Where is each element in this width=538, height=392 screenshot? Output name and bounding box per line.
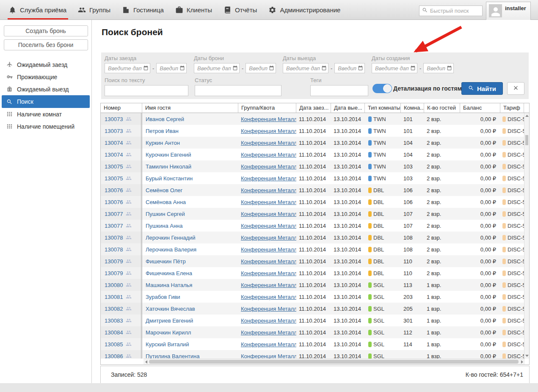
column-header-Комна...[interactable]: Комна... xyxy=(401,103,424,113)
filter-input-Теги[interactable] xyxy=(310,85,368,96)
scroll-up-arrow[interactable] xyxy=(525,115,529,117)
guest-name-cell[interactable]: Бурый Константин xyxy=(142,175,238,182)
filter-input-Статус[interactable] xyxy=(195,85,281,96)
column-header-Дата заез...[interactable]: Дата заез... xyxy=(296,103,331,113)
table-row[interactable]: 130078Лерочкина ВалерияКонференция Метал… xyxy=(101,243,524,255)
guest-detail-toggle[interactable] xyxy=(372,84,392,93)
column-header-К-во гостей[interactable]: К-во гостей xyxy=(424,103,460,113)
vertical-scroll-thumb[interactable] xyxy=(525,135,528,145)
horizontal-scroll-thumb[interactable] xyxy=(149,360,519,364)
tab-Отчёты[interactable]: Отчёты xyxy=(221,0,266,19)
group-link[interactable]: Конференция Металлу xyxy=(241,317,296,324)
column-header-Баланс[interactable]: Баланс xyxy=(460,103,500,113)
table-row[interactable]: 130074Куркин АнтонКонференция Металлу11.… xyxy=(101,137,524,149)
group-link[interactable]: Конференция Металлу xyxy=(241,294,296,300)
booking-number-cell[interactable]: 130079 xyxy=(101,255,142,267)
sidebar-item-Ожидаемый выезд[interactable]: Ожидаемый выезд xyxy=(0,83,91,95)
scroll-left-arrow[interactable] xyxy=(145,360,147,364)
sidebar-item-Наличие комнат[interactable]: Наличие комнат xyxy=(0,108,91,120)
group-link[interactable]: Конференция Металлу xyxy=(241,270,296,276)
scroll-down-arrow[interactable] xyxy=(525,355,529,357)
table-row[interactable]: 130077Пушкина АннаКонференция Металлу11.… xyxy=(101,220,524,232)
vertical-scrollbar[interactable] xyxy=(524,113,529,359)
booking-number-cell[interactable]: 130076 xyxy=(101,184,142,196)
guest-name-cell[interactable]: Семёнов Олег xyxy=(142,187,238,193)
guest-name-cell[interactable]: Иванов Сергей xyxy=(142,116,238,122)
group-link[interactable]: Конференция Металлу xyxy=(241,246,296,253)
booking-number-cell[interactable]: 130085 xyxy=(101,338,142,350)
booking-number-cell[interactable]: 130082 xyxy=(101,303,142,315)
sidebar-item-Проживающие[interactable]: Проживающие xyxy=(0,71,91,83)
table-row[interactable]: 130077Пушкин СергейКонференция Металлу11… xyxy=(101,208,524,220)
table-row[interactable]: 130086Путилина ВалентинаКонференция Мета… xyxy=(101,350,524,359)
tab-Клиенты[interactable]: Клиенты xyxy=(173,0,221,19)
quick-search-input[interactable] xyxy=(430,8,480,14)
group-link[interactable]: Конференция Металлу xyxy=(241,199,296,205)
guest-name-cell[interactable]: Путилина Валентина xyxy=(142,353,238,359)
sidebar-item-Поиск[interactable]: Поиск xyxy=(2,95,90,108)
group-link[interactable]: Конференция Металлу xyxy=(241,175,296,182)
booking-number-cell[interactable]: 130074 xyxy=(101,149,142,160)
group-link[interactable]: Конференция Металлу xyxy=(241,235,296,241)
guest-name-cell[interactable]: Хаточкин Вячеслав xyxy=(142,306,238,312)
table-row[interactable]: 130073Иванов СергейКонференция Металлу11… xyxy=(101,113,524,125)
group-link[interactable]: Конференция Металлу xyxy=(241,187,296,193)
guest-name-cell[interactable]: Пушкина Анна xyxy=(142,223,238,229)
table-row[interactable]: 130083Дмитриев ЕвгенийКонференция Металл… xyxy=(101,315,524,326)
tab-Администрирование[interactable]: Администрирование xyxy=(266,0,349,19)
table-row[interactable]: 130076Семёнов ОлегКонференция Металлу11.… xyxy=(101,184,524,196)
table-row[interactable]: 130079Фишечкина ЕленаКонференция Металлу… xyxy=(101,267,524,279)
booking-number-cell[interactable]: 130081 xyxy=(101,291,142,303)
horizontal-scrollbar[interactable] xyxy=(143,359,525,364)
group-link[interactable]: Конференция Металлу xyxy=(241,140,296,146)
table-row[interactable]: 130078Лерочкин ГеннадийКонференция Метал… xyxy=(101,232,524,243)
guest-name-cell[interactable]: Фишечкина Елена xyxy=(142,270,238,276)
guest-name-cell[interactable]: Куркин Антон xyxy=(142,140,238,146)
booking-number-cell[interactable]: 130079 xyxy=(101,267,142,279)
scroll-right-arrow[interactable] xyxy=(521,360,523,364)
table-row[interactable]: 130082Хаточкин ВячеславКонференция Метал… xyxy=(101,303,524,315)
guest-name-cell[interactable]: Марочкин Кирилл xyxy=(142,329,238,336)
booking-number-cell[interactable]: 130086 xyxy=(101,350,142,359)
column-header-Дата вые...[interactable]: Дата вые... xyxy=(331,103,365,113)
column-header-Тариф[interactable]: Тариф xyxy=(500,103,524,113)
guest-name-cell[interactable]: Лерочкин Геннадий xyxy=(142,235,238,241)
table-row[interactable]: 130075Тамилин НиколайКонференция Металлу… xyxy=(101,160,524,172)
tab-Служба приёма[interactable]: Служба приёма xyxy=(6,0,75,19)
group-link[interactable]: Конференция Металлу xyxy=(241,329,296,336)
guest-name-cell[interactable]: Машкина Наталья xyxy=(142,282,238,288)
sidebar-item-Ожидаемый заезд[interactable]: Ожидаемый заезд xyxy=(0,58,91,71)
guest-name-cell[interactable]: Курский Виталий xyxy=(142,341,238,348)
column-header-Тип комнаты[interactable]: Тип комнаты xyxy=(365,103,401,113)
booking-number-cell[interactable]: 130075 xyxy=(101,160,142,172)
sidebar-button-1[interactable]: Создать бронь xyxy=(4,25,88,36)
group-link[interactable]: Конференция Металлу xyxy=(241,282,296,288)
booking-number-cell[interactable]: 130074 xyxy=(101,137,142,149)
group-link[interactable]: Конференция Металлу xyxy=(241,211,296,217)
booking-number-cell[interactable]: 130083 xyxy=(101,315,142,326)
table-row[interactable]: 130080Машкина НатальяКонференция Металлу… xyxy=(101,279,524,291)
guest-name-cell[interactable]: Курочкин Евгений xyxy=(142,152,238,158)
clear-filters-button[interactable] xyxy=(507,82,524,95)
group-link[interactable]: Конференция Металлу xyxy=(241,152,296,158)
table-row[interactable]: 130081Зурабов ГивиКонференция Металлу11.… xyxy=(101,291,524,303)
filter-input-Поиск по тексту[interactable] xyxy=(105,85,188,96)
group-link[interactable]: Конференция Металлу xyxy=(241,163,296,170)
group-link[interactable]: Конференция Металлу xyxy=(241,128,296,134)
group-link[interactable]: Конференция Металлу xyxy=(241,306,296,312)
booking-number-cell[interactable]: 130078 xyxy=(101,232,142,243)
table-row[interactable]: 130085Курский ВиталийКонференция Металлу… xyxy=(101,338,524,350)
booking-number-cell[interactable]: 130073 xyxy=(101,125,142,137)
guest-name-cell[interactable]: Тамилин Николай xyxy=(142,163,238,170)
guest-name-cell[interactable]: Дмитриев Евгений xyxy=(142,317,238,324)
guest-name-cell[interactable]: Фишечкин Пётр xyxy=(142,258,238,265)
booking-number-cell[interactable]: 130076 xyxy=(101,196,142,208)
tab-Группы[interactable]: Группы xyxy=(75,0,119,19)
table-row[interactable]: 130084Марочкин КириллКонференция Металлу… xyxy=(101,326,524,338)
group-link[interactable]: Конференция Металлу xyxy=(241,341,296,348)
user-menu[interactable]: installer xyxy=(486,2,531,20)
table-row[interactable]: 130076Семёнова АннаКонференция Металлу11… xyxy=(101,196,524,208)
booking-number-cell[interactable]: 130077 xyxy=(101,208,142,220)
group-link[interactable]: Конференция Металлу xyxy=(241,223,296,229)
guest-name-cell[interactable]: Семёнова Анна xyxy=(142,199,238,205)
